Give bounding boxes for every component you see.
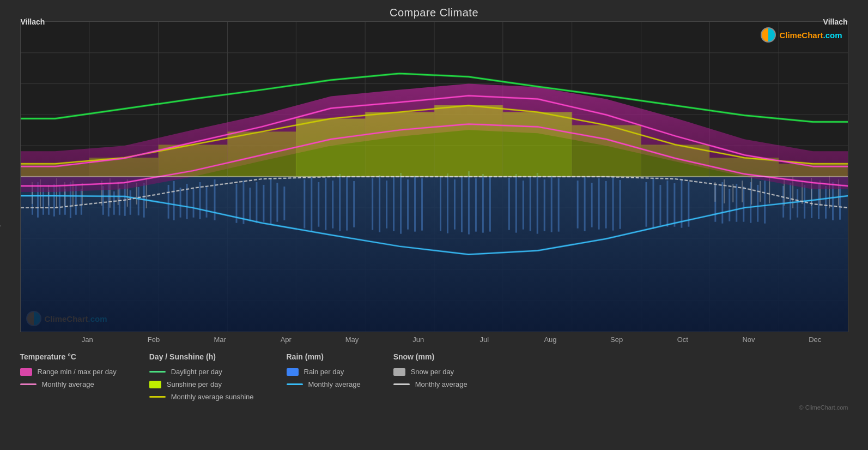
legend-swatch-snow — [393, 368, 405, 376]
svg-rect-93 — [619, 180, 621, 229]
legend-title-rain: Rain (mm) — [287, 352, 361, 361]
svg-rect-132 — [724, 179, 725, 203]
legend-swatch-rain — [287, 368, 299, 376]
svg-rect-62 — [353, 181, 355, 227]
svg-rect-102 — [721, 182, 723, 224]
legend-title-temperature: Temperature °C — [20, 352, 117, 361]
svg-rect-94 — [645, 182, 647, 227]
legend-item-sunshine-avg: Monthly average sunshine — [149, 393, 254, 401]
chart-svg — [21, 22, 848, 332]
x-label-sep: Sep — [584, 335, 650, 344]
svg-rect-78 — [489, 177, 490, 232]
svg-rect-111 — [797, 189, 798, 218]
svg-rect-117 — [839, 185, 841, 220]
svg-rect-91 — [605, 181, 606, 229]
svg-rect-61 — [346, 177, 348, 231]
x-label-oct: Oct — [650, 335, 716, 344]
svg-rect-86 — [557, 178, 559, 232]
legend-line-snow-avg — [393, 383, 410, 385]
svg-rect-63 — [372, 178, 373, 230]
x-label-aug: Aug — [517, 335, 584, 344]
svg-rect-39 — [167, 185, 169, 219]
x-label-jul: Jul — [451, 335, 517, 344]
svg-rect-45 — [205, 186, 207, 218]
legend-item-rain: Rain per day — [287, 368, 361, 376]
svg-rect-37 — [137, 187, 139, 215]
legend-line-rain-avg — [287, 383, 303, 385]
x-label-jan: Jan — [54, 335, 121, 344]
svg-rect-73 — [453, 179, 455, 230]
svg-rect-153 — [502, 112, 572, 177]
svg-rect-44 — [199, 182, 201, 219]
svg-rect-74 — [460, 176, 462, 232]
legend: Temperature °C Range min / max per day M… — [20, 352, 848, 401]
svg-rect-51 — [263, 185, 264, 222]
x-label-mar: Mar — [187, 335, 253, 344]
legend-item-sunshine: Sunshine per day — [149, 380, 254, 388]
outer-wrapper: Temperature °C Day / Sunshine (h) Rain /… — [20, 21, 848, 411]
copyright: © ClimeChart.com — [20, 404, 848, 411]
svg-rect-95 — [652, 178, 654, 229]
x-label-may: May — [319, 335, 385, 344]
svg-rect-43 — [192, 189, 194, 218]
legend-item-snow-avg: Monthly average — [393, 380, 468, 388]
svg-rect-104 — [736, 184, 737, 222]
legend-item-rain-avg: Monthly average — [287, 380, 361, 388]
legend-line-sunshine-avg — [149, 396, 166, 398]
svg-rect-66 — [393, 177, 394, 231]
legend-title-sunshine: Day / Sunshine (h) — [149, 352, 254, 361]
svg-rect-59 — [332, 181, 333, 229]
svg-rect-75 — [468, 171, 469, 235]
svg-rect-96 — [659, 185, 661, 226]
svg-rect-84 — [543, 179, 545, 231]
svg-rect-90 — [598, 178, 599, 230]
svg-rect-85 — [550, 176, 552, 232]
svg-rect-53 — [276, 183, 278, 222]
legend-item-temp-avg: Monthly average — [20, 380, 117, 388]
svg-rect-80 — [515, 174, 517, 233]
svg-rect-76 — [475, 178, 476, 232]
svg-rect-151 — [365, 112, 434, 177]
y-axis-left-title: Temperature °C — [0, 193, 1, 239]
svg-rect-81 — [522, 181, 524, 230]
legend-swatch-temp-range — [20, 368, 32, 376]
svg-rect-69 — [414, 176, 416, 232]
svg-rect-36 — [129, 190, 131, 215]
x-axis: Jan Feb Mar Apr May Jun Jul Aug Sep Oct … — [20, 335, 848, 344]
svg-rect-49 — [249, 188, 251, 221]
svg-rect-152 — [434, 105, 503, 177]
svg-rect-60 — [339, 174, 341, 231]
svg-rect-110 — [790, 183, 791, 220]
svg-rect-97 — [666, 181, 668, 227]
svg-rect-50 — [256, 182, 257, 223]
svg-rect-31 — [102, 186, 104, 215]
svg-rect-89 — [591, 183, 592, 227]
x-label-nov: Nov — [715, 335, 782, 344]
legend-swatch-sunshine — [149, 381, 161, 388]
svg-rect-57 — [318, 182, 319, 227]
legend-group-rain: Rain (mm) Rain per day Monthly average — [287, 352, 361, 388]
svg-rect-64 — [379, 175, 380, 232]
svg-rect-67 — [400, 173, 402, 234]
svg-rect-71 — [439, 177, 441, 231]
svg-rect-105 — [743, 187, 744, 222]
x-label-jun: Jun — [385, 335, 452, 344]
legend-line-daylight — [149, 371, 166, 373]
svg-rect-154 — [572, 125, 641, 177]
svg-rect-68 — [407, 179, 409, 230]
svg-rect-34 — [118, 188, 120, 215]
svg-rect-54 — [283, 187, 285, 220]
svg-rect-70 — [421, 178, 423, 231]
legend-title-snow: Snow (mm) — [393, 352, 468, 361]
svg-rect-56 — [311, 177, 312, 231]
legend-item-temp-range: Range min / max per day — [20, 368, 117, 376]
legend-item-daylight: Daylight per day — [149, 368, 254, 376]
svg-rect-115 — [825, 186, 827, 219]
x-label-feb: Feb — [120, 335, 187, 344]
svg-rect-150 — [296, 118, 365, 177]
svg-rect-137 — [769, 178, 770, 203]
svg-rect-131 — [714, 182, 715, 202]
svg-rect-103 — [729, 189, 730, 221]
svg-rect-72 — [446, 173, 448, 233]
svg-rect-149 — [227, 131, 296, 177]
